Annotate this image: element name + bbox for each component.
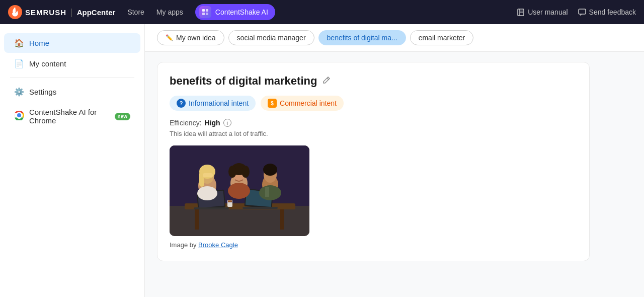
article-image bbox=[170, 145, 309, 236]
svg-rect-6 bbox=[579, 9, 586, 14]
send-feedback-label: Send feedback bbox=[589, 8, 636, 16]
svg-rect-4 bbox=[206, 13, 208, 15]
semrush-icon bbox=[8, 5, 22, 19]
efficiency-info-icon[interactable]: i bbox=[223, 119, 231, 127]
feedback-icon bbox=[578, 8, 586, 16]
tab-benefits-label: benefits of digital ma... bbox=[327, 34, 397, 42]
send-feedback-link[interactable]: Send feedback bbox=[578, 8, 636, 16]
top-navigation: SEMRUSH | AppCenter Store My apps Conten… bbox=[0, 0, 644, 24]
sidebar-item-home[interactable]: 🏠 Home bbox=[4, 33, 140, 53]
svg-rect-3 bbox=[202, 13, 205, 15]
svg-rect-25 bbox=[203, 173, 213, 177]
app-pill[interactable]: ContentShake AI bbox=[195, 4, 275, 20]
efficiency-description: This idea will attract a lot of traffic. bbox=[170, 130, 577, 137]
svg-rect-13 bbox=[195, 209, 199, 230]
home-icon: 🏠 bbox=[14, 38, 24, 48]
svg-rect-39 bbox=[228, 200, 232, 202]
intent-row: ? Informational intent $ Commercial inte… bbox=[170, 96, 577, 111]
sidebar-item-chrome[interactable]: ContentShake AI for Chrome new bbox=[4, 103, 140, 130]
user-manual-label: User manual bbox=[528, 8, 568, 16]
commercial-intent-label: Commercial intent bbox=[280, 99, 337, 107]
svg-rect-1 bbox=[202, 9, 205, 12]
brand-logo[interactable]: SEMRUSH | AppCenter bbox=[8, 5, 115, 19]
svg-rect-2 bbox=[206, 9, 208, 12]
efficiency-label: Efficiency: bbox=[170, 119, 202, 127]
image-credit: Image by Brooke Cagle bbox=[170, 241, 577, 249]
new-badge: new bbox=[115, 113, 130, 120]
svg-rect-37 bbox=[265, 187, 269, 197]
svg-point-32 bbox=[228, 183, 250, 199]
tab-email-label: email marketer bbox=[419, 34, 465, 42]
efficiency-row: Efficiency: High i bbox=[170, 119, 577, 127]
tab-social-media-label: social media manager bbox=[237, 34, 306, 42]
informational-intent-badge: ? Informational intent bbox=[170, 96, 256, 111]
image-credit-prefix: Image by bbox=[170, 241, 198, 249]
image-credit-author-link[interactable]: Brooke Cagle bbox=[198, 241, 238, 249]
content-area: benefits of digital marketing ? Informat… bbox=[145, 52, 644, 271]
content-card: benefits of digital marketing ? Informat… bbox=[157, 62, 590, 261]
sidebar: 🏠 Home 📄 My content ⚙️ Settings bbox=[0, 24, 145, 297]
user-manual-link[interactable]: User manual bbox=[517, 8, 568, 16]
tab-social-media-manager[interactable]: social media manager bbox=[228, 30, 314, 45]
card-title-row: benefits of digital marketing bbox=[170, 75, 577, 88]
pencil-icon: ✏️ bbox=[166, 34, 173, 41]
tab-my-own-idea-label: My own idea bbox=[176, 34, 216, 42]
sidebar-item-my-content[interactable]: 📄 My content bbox=[4, 54, 140, 73]
sidebar-divider bbox=[10, 78, 134, 78]
efficiency-value: High bbox=[205, 119, 220, 127]
sidebar-item-chrome-label: ContentShake AI for Chrome bbox=[29, 108, 108, 125]
svg-point-36 bbox=[259, 185, 281, 200]
store-nav-link[interactable]: Store bbox=[127, 8, 144, 16]
informational-intent-label: Informational intent bbox=[189, 99, 249, 107]
book-icon bbox=[517, 8, 525, 16]
svg-point-35 bbox=[263, 164, 277, 176]
settings-icon: ⚙️ bbox=[14, 87, 24, 97]
card-title: benefits of digital marketing bbox=[170, 75, 317, 88]
sidebar-item-home-label: Home bbox=[29, 39, 49, 47]
semrush-logo: SEMRUSH bbox=[8, 5, 66, 19]
info-intent-icon: ? bbox=[177, 99, 186, 108]
nav-right-actions: User manual Send feedback bbox=[517, 8, 636, 16]
appcenter-text: AppCenter bbox=[77, 8, 116, 17]
tab-benefits-digital[interactable]: benefits of digital ma... bbox=[318, 30, 406, 45]
main-content: ✏️ My own idea social media manager bene… bbox=[145, 24, 644, 297]
content-icon: 📄 bbox=[14, 59, 24, 68]
title-edit-icon[interactable] bbox=[322, 76, 331, 87]
semrush-text: SEMRUSH bbox=[25, 8, 66, 17]
myapps-nav-link[interactable]: My apps bbox=[156, 8, 183, 16]
tabs-row: ✏️ My own idea social media manager bene… bbox=[145, 24, 644, 52]
commercial-intent-badge: $ Commercial intent bbox=[261, 96, 344, 111]
svg-point-9 bbox=[18, 114, 21, 117]
svg-point-30 bbox=[228, 166, 236, 178]
sidebar-item-content-label: My content bbox=[29, 59, 66, 68]
chrome-icon bbox=[14, 110, 24, 122]
commercial-intent-icon: $ bbox=[268, 99, 277, 108]
sidebar-item-settings-label: Settings bbox=[29, 88, 56, 96]
svg-rect-20 bbox=[243, 207, 278, 209]
tab-my-own-idea[interactable]: ✏️ My own idea bbox=[157, 30, 224, 45]
svg-rect-14 bbox=[280, 209, 284, 230]
brand-divider: | bbox=[70, 7, 73, 18]
svg-point-26 bbox=[197, 186, 217, 200]
app-pill-label: ContentShake AI bbox=[215, 8, 268, 16]
main-layout: 🏠 Home 📄 My content ⚙️ Settings bbox=[0, 24, 644, 297]
article-image-placeholder bbox=[170, 145, 309, 236]
tab-email-marketer[interactable]: email marketer bbox=[410, 30, 474, 45]
app-icon bbox=[199, 6, 211, 18]
svg-point-31 bbox=[242, 166, 250, 178]
sidebar-item-settings[interactable]: ⚙️ Settings bbox=[4, 82, 140, 102]
svg-rect-17 bbox=[194, 207, 229, 209]
